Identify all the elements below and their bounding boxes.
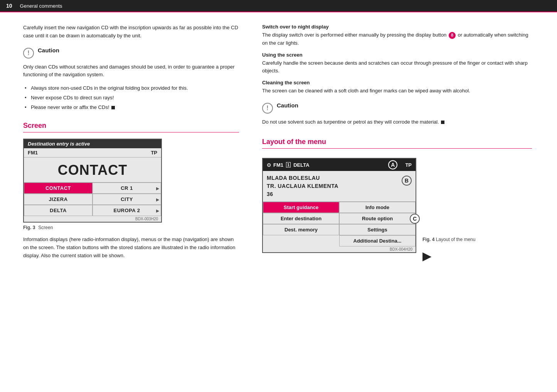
bullet-1: Always store non-used CDs in the origina… bbox=[23, 84, 239, 93]
menu-fm1: FM1 bbox=[273, 162, 283, 168]
menu-buttons-grid: Start guidance Info mode Enter destinati… bbox=[263, 202, 416, 246]
screen-status-bar: FM1 TP bbox=[24, 148, 161, 157]
menu-btn-start-guidance[interactable]: Start guidance bbox=[263, 202, 339, 213]
fig4-title: Layout of the menu bbox=[436, 237, 476, 242]
menu-code: BDX-004H20 bbox=[263, 246, 416, 252]
menu-address: MLADA BOLESLAU TR. UACLAUA KLEMENTA 36 B bbox=[263, 171, 416, 202]
menu-delta: DELTA bbox=[293, 162, 309, 168]
header-bar: 10 General comments bbox=[0, 0, 557, 12]
menu-btn-settings[interactable]: Settings bbox=[339, 224, 416, 235]
caution-body-1: Only clean CDs without scratches and dam… bbox=[23, 63, 239, 79]
menu-btn-route-option[interactable]: Route option C bbox=[339, 213, 416, 224]
fig4-caption: Fig. 4 Layout of the menu bbox=[422, 237, 475, 242]
screen-mockup: Destination entry is active FM1 TP CONTA… bbox=[23, 139, 162, 223]
caution-box-2: ! Caution bbox=[262, 102, 532, 114]
display-button-8: 8 bbox=[449, 32, 456, 39]
label-b-circle: B bbox=[402, 176, 412, 186]
cleaning-screen-heading: Cleaning the screen bbox=[262, 80, 532, 85]
fig3-title: Screen bbox=[38, 225, 53, 230]
layout-section-divider bbox=[262, 148, 532, 149]
screen-info-text: Information displays (here radio-informa… bbox=[23, 236, 239, 260]
screen-tp: TP bbox=[151, 150, 157, 156]
screen-section-divider bbox=[23, 132, 239, 133]
bullet-2: Never expose CDs to direct sun rays! bbox=[23, 93, 239, 103]
label-c-circle: C bbox=[410, 214, 420, 224]
menu-tp: TP bbox=[405, 162, 412, 168]
caution-box-1: ! Caution bbox=[23, 47, 239, 59]
night-display-body: The display switch over is performed eit… bbox=[262, 31, 532, 47]
using-screen-heading: Using the screen bbox=[262, 52, 532, 58]
cleaning-screen-body: The screen can be cleaned with a soft cl… bbox=[262, 87, 532, 95]
screen-code: BDX-003H20 bbox=[24, 216, 161, 222]
caution-bullets-1: Always store non-used CDs in the origina… bbox=[23, 84, 239, 112]
screen-mockup-header: Destination entry is active bbox=[24, 139, 161, 148]
layout-section-heading: Layout of the menu bbox=[262, 138, 532, 146]
using-screen-body: Carefully handle the screen because dent… bbox=[262, 59, 532, 75]
intro-text: Carefully insert the new navigation CD w… bbox=[23, 24, 239, 40]
screen-cell-contact: CONTACT bbox=[24, 183, 93, 194]
bullet-3: Please never write or affix the CDs! bbox=[23, 103, 239, 112]
fig3-caption: Fig. 3 Screen bbox=[23, 225, 239, 230]
fig3-label: Fig. 3 bbox=[23, 225, 35, 230]
screen-cell-cr1: CR 1 bbox=[93, 183, 161, 194]
night-display-heading: Switch over to night display bbox=[262, 24, 532, 30]
menu-btn-info-mode[interactable]: Info mode bbox=[339, 202, 416, 213]
menu-header-icon: ⊙ bbox=[267, 162, 271, 168]
next-page-arrow[interactable]: ▶ bbox=[422, 250, 431, 263]
screen-grid: CONTACT CR 1 JIZERA CITY DELTA EUROPA 2 bbox=[24, 183, 161, 216]
menu-btn-enter-destination[interactable]: Enter destination bbox=[263, 213, 339, 224]
address-line3: 36 bbox=[267, 190, 338, 198]
stop-square-1 bbox=[111, 106, 115, 109]
address-line2: TR. UACLAUA KLEMENTA bbox=[267, 182, 338, 190]
right-column: Switch over to night display The display… bbox=[254, 24, 532, 263]
screen-cell-europa2: EUROPA 2 bbox=[93, 205, 161, 216]
screen-fm1: FM1 bbox=[28, 150, 38, 156]
menu-header: ⊙ FM1 1 DELTA A TP bbox=[263, 159, 416, 171]
screen-contact-label: CONTACT bbox=[24, 157, 161, 183]
menu-bracket: 1 bbox=[286, 162, 291, 168]
screen-section-heading: Screen bbox=[23, 122, 239, 130]
caution-body-2: Do not use solvent such as turpentine or… bbox=[262, 118, 532, 126]
caution-icon-2: ! bbox=[262, 103, 273, 114]
screen-cell-jizera: JIZERA bbox=[24, 194, 93, 205]
caution-title-1: Caution bbox=[38, 47, 59, 54]
menu-btn-dest-memory[interactable]: Dest. memory bbox=[263, 224, 339, 235]
caution-icon-1: ! bbox=[23, 48, 34, 59]
menu-header-left: ⊙ FM1 1 DELTA bbox=[267, 162, 310, 168]
left-column: Carefully insert the new navigation CD w… bbox=[23, 24, 239, 263]
page-title: General comments bbox=[20, 3, 62, 9]
screen-cell-city: CITY bbox=[93, 194, 161, 205]
menu-mockup: ⊙ FM1 1 DELTA A TP MLADA BOLESLAU bbox=[262, 158, 416, 253]
screen-cell-delta: DELTA bbox=[24, 205, 93, 216]
caution-title-2: Caution bbox=[277, 102, 298, 109]
fig4-label: Fig. 4 bbox=[422, 237, 434, 242]
address-line1: MLADA BOLESLAU bbox=[267, 174, 338, 182]
menu-btn-additional-destina[interactable]: Additional Destina... bbox=[339, 235, 416, 246]
stop-square-2 bbox=[441, 121, 444, 124]
main-content: Carefully insert the new navigation CD w… bbox=[0, 12, 557, 274]
page-number: 10 bbox=[6, 3, 12, 9]
label-a-circle: A bbox=[388, 160, 397, 169]
